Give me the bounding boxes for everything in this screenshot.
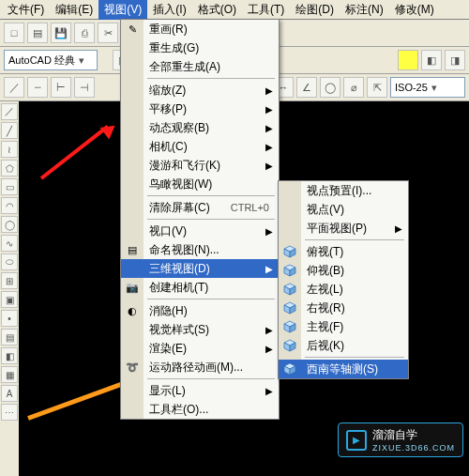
swatch-icon[interactable]: ◧: [421, 50, 442, 70]
view3d-menu-item[interactable]: 右视(R): [279, 299, 408, 317]
view-menu-item[interactable]: 三维视图(D)▶: [121, 259, 279, 278]
submenu-arrow-icon: ▶: [265, 226, 273, 237]
circle-tool-icon[interactable]: ◯: [1, 216, 18, 233]
cube-view-icon: [281, 263, 298, 278]
menu-edit[interactable]: 编辑(E): [50, 0, 98, 20]
polygon-tool-icon[interactable]: ⬠: [1, 160, 18, 177]
view3d-menu-item[interactable]: 视点(V): [279, 200, 408, 219]
menu-format[interactable]: 格式(O): [192, 0, 242, 20]
workspace-combo-value: AutoCAD 经典: [8, 54, 75, 68]
view3d-menu-item[interactable]: 俯视(T): [279, 242, 408, 261]
motion-icon: ➰: [124, 360, 141, 375]
more-tool-icon[interactable]: ⋯: [1, 404, 18, 421]
view-menu-item[interactable]: 创建相机(T)📷: [121, 278, 279, 297]
cube-view-icon: [281, 361, 298, 376]
menu-file[interactable]: 文件(F): [2, 0, 50, 20]
watermark-badge: ▶ 溜溜自学 ZIXUE.3D66.COM: [338, 422, 463, 457]
menu-insert[interactable]: 插入(I): [147, 0, 191, 20]
view-menu-item[interactable]: 重画(R)✎: [121, 20, 279, 38]
cut-icon[interactable]: ✂: [98, 23, 118, 43]
submenu-arrow-icon: ▶: [265, 123, 273, 133]
view-menu-item[interactable]: 显示(L)▶: [121, 381, 279, 400]
view3d-menu-item[interactable]: 仰视(B): [279, 261, 408, 280]
spline-tool-icon[interactable]: ∿: [1, 235, 18, 252]
view3d-submenu[interactable]: 视点预置(I)...视点(V)平面视图(P)▶俯视(T)仰视(B)左视(L)右视…: [278, 180, 409, 379]
menu-tools[interactable]: 工具(T): [242, 0, 290, 20]
submenu-arrow-icon: ▶: [265, 344, 273, 354]
watermark-sub: ZIXUE.3D66.COM: [372, 443, 455, 453]
hatch-tool-icon[interactable]: ▤: [1, 329, 18, 345]
insert-tool-icon[interactable]: ⊞: [1, 272, 18, 289]
view3d-menu-item[interactable]: 视点预置(I)...: [279, 181, 408, 200]
color-icon[interactable]: [398, 50, 418, 70]
view-menu-dropdown[interactable]: 重画(R)✎重生成(G)全部重生成(A)缩放(Z)▶平移(P)▶动态观察(B)▶…: [120, 19, 280, 420]
dim-rad-icon[interactable]: ◯: [320, 77, 340, 98]
submenu-arrow-icon: ▶: [265, 161, 273, 171]
view3d-menu-item[interactable]: 主视(F): [279, 317, 408, 336]
annotation-arrow-red: [40, 125, 109, 180]
swatch2-icon[interactable]: ◨: [445, 50, 465, 70]
view-menu-item[interactable]: 消隐(H)◐: [121, 301, 279, 320]
dim-ord-icon[interactable]: ⇱: [367, 77, 387, 98]
hide-icon: ◐: [124, 303, 141, 318]
view-menu-item[interactable]: 命名视图(N)...▤: [121, 240, 279, 259]
view-menu-item[interactable]: 相机(C)▶: [121, 137, 279, 156]
save-icon[interactable]: 💾: [51, 23, 71, 43]
chevron-down-icon: ▾: [431, 82, 437, 94]
view3d-menu-item[interactable]: 西南等轴测(S): [279, 360, 408, 378]
cube-view-icon: [281, 282, 298, 297]
dim2-icon[interactable]: ⊣: [74, 77, 95, 98]
view-menu-item[interactable]: 漫游和飞行(K)▶: [121, 156, 279, 175]
menu-view[interactable]: 视图(V): [98, 0, 147, 20]
view-menu-item[interactable]: 视觉样式(S)▶: [121, 320, 279, 339]
view-menu-item[interactable]: 动态观察(B)▶: [121, 118, 279, 137]
camera-icon: 📷: [124, 280, 141, 295]
block-tool-icon[interactable]: ▣: [1, 291, 18, 308]
view3d-menu-item[interactable]: 左视(L): [279, 280, 408, 299]
dash-icon[interactable]: ┄: [27, 77, 48, 98]
table-tool-icon[interactable]: ▦: [1, 366, 18, 383]
point-tool-icon[interactable]: •: [1, 310, 18, 327]
open-icon[interactable]: ▤: [27, 23, 48, 43]
print-icon[interactable]: ⎙: [74, 23, 95, 43]
new-icon[interactable]: □: [4, 23, 24, 43]
menu-draw[interactable]: 绘图(D): [290, 0, 340, 20]
view3d-menu-item[interactable]: 平面视图(P)▶: [279, 219, 408, 238]
view-menu-item[interactable]: 鸟瞰视图(W): [121, 175, 279, 193]
view-menu-item[interactable]: 重生成(G): [121, 38, 279, 57]
view-menu-item[interactable]: 运动路径动画(M)...➰: [121, 358, 279, 376]
ellipse-tool-icon[interactable]: ⬭: [1, 253, 18, 270]
dimstyle-combo[interactable]: ISO-25 ▾: [390, 77, 465, 98]
line-icon[interactable]: ／: [4, 77, 24, 98]
submenu-arrow-icon: ▶: [265, 85, 273, 96]
cube-view-icon: [281, 338, 298, 353]
region-tool-icon[interactable]: ◧: [1, 347, 18, 364]
view-menu-item[interactable]: 清除屏幕(C)CTRL+0: [121, 198, 279, 217]
workspace-combo[interactable]: AutoCAD 经典 ▾: [4, 50, 98, 70]
chevron-down-icon: ▾: [79, 54, 84, 67]
shortcut-label: CTRL+0: [231, 202, 269, 213]
dim1-icon[interactable]: ⊢: [51, 77, 71, 98]
dim-dia-icon[interactable]: ⌀: [343, 77, 364, 98]
view-menu-item[interactable]: 工具栏(O)...: [121, 400, 279, 419]
rect-tool-icon[interactable]: ▭: [1, 178, 18, 195]
main-menu-bar[interactable]: 文件(F) 编辑(E) 视图(V) 插入(I) 格式(O) 工具(T) 绘图(D…: [0, 0, 469, 20]
submenu-arrow-icon: ▶: [265, 386, 273, 396]
view3d-menu-item[interactable]: 后视(K): [279, 336, 408, 355]
arc-tool-icon[interactable]: ◠: [1, 197, 18, 214]
view-menu-item[interactable]: 视口(V)▶: [121, 222, 279, 240]
menu-modify[interactable]: 修改(M): [389, 0, 440, 20]
view-menu-item[interactable]: 缩放(Z)▶: [121, 81, 279, 100]
view-menu-item[interactable]: 平移(P)▶: [121, 100, 279, 118]
dim-ang-icon[interactable]: ∠: [296, 77, 317, 98]
view-menu-item[interactable]: 渲染(E)▶: [121, 339, 279, 358]
pline-tool-icon[interactable]: ≀: [1, 141, 18, 158]
text-tool-icon[interactable]: A: [1, 385, 18, 402]
view-menu-item[interactable]: 全部重生成(A): [121, 57, 279, 76]
xline-tool-icon[interactable]: ╱: [1, 122, 18, 139]
dimstyle-combo-value: ISO-25: [395, 82, 428, 93]
annotation-arrow-orange: [27, 377, 134, 421]
line-tool-icon[interactable]: ／: [1, 103, 18, 120]
submenu-arrow-icon: ▶: [265, 142, 273, 152]
menu-dimension[interactable]: 标注(N): [340, 0, 389, 20]
